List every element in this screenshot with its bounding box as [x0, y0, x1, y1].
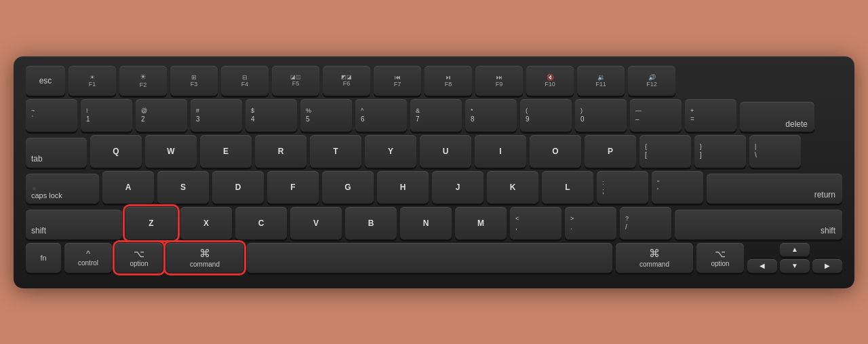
key-delete[interactable]: delete: [740, 102, 814, 132]
key-v[interactable]: V: [290, 207, 342, 240]
key-option-right[interactable]: ⌥ option: [696, 243, 744, 273]
key-z[interactable]: Z: [125, 207, 177, 240]
key-tab[interactable]: tab: [26, 138, 87, 168]
key-e[interactable]: E: [200, 135, 252, 168]
key-s[interactable]: S: [157, 171, 209, 204]
key-n[interactable]: N: [400, 207, 452, 240]
key-q[interactable]: Q: [90, 135, 142, 168]
key-command-left[interactable]: ⌘ command: [166, 243, 243, 273]
key-f8[interactable]: ⏯ F8: [425, 66, 472, 96]
key-space[interactable]: [247, 243, 612, 273]
key-arrow-down[interactable]: ▼: [780, 259, 810, 273]
key-f4[interactable]: ⊟ F4: [221, 66, 269, 96]
bottom-row: fn ^ control ⌥ option ⌘ command ⌘ comman…: [26, 243, 842, 273]
key-f9[interactable]: ⏭ F9: [475, 66, 523, 96]
key-capslock[interactable]: caps lock: [26, 174, 99, 204]
key-backslash[interactable]: | \: [749, 135, 801, 168]
key-f5[interactable]: ◪◫ F5: [272, 66, 319, 96]
key-f6[interactable]: ◩◪ F6: [323, 66, 370, 96]
key-f2[interactable]: ☀ F2: [119, 66, 167, 96]
key-4[interactable]: $ 4: [245, 99, 297, 132]
key-7[interactable]: & 7: [410, 99, 462, 132]
key-x[interactable]: X: [180, 207, 232, 240]
key-control[interactable]: ^ control: [64, 243, 112, 273]
capslock-indicator: [33, 187, 36, 190]
key-a[interactable]: A: [102, 171, 154, 204]
key-8[interactable]: * 8: [465, 99, 517, 132]
key-period[interactable]: > .: [565, 207, 616, 240]
num-row: ~ ` ! 1 @ 2 # 3 $ 4 % 5 ^ 6 & 7: [26, 99, 842, 132]
key-i[interactable]: I: [475, 135, 526, 168]
key-d[interactable]: D: [212, 171, 264, 204]
key-h[interactable]: H: [377, 171, 429, 204]
key-f[interactable]: F: [267, 171, 319, 204]
zxcv-row: shift Z X C V B N M < , > . ? / shift: [26, 207, 842, 240]
key-semicolon[interactable]: : ;: [597, 171, 648, 204]
key-3[interactable]: # 3: [191, 99, 242, 132]
key-y[interactable]: Y: [365, 135, 416, 168]
key-quote[interactable]: " ': [652, 171, 703, 204]
key-u[interactable]: U: [420, 135, 471, 168]
qwerty-row: tab Q W E R T Y U I O P { [ } ] | \: [26, 135, 842, 168]
key-equals[interactable]: + =: [685, 99, 736, 132]
key-1[interactable]: ! 1: [81, 99, 132, 132]
arrow-lr-row: ◀ ▼ ▶: [747, 259, 842, 273]
key-f1[interactable]: ☀ F1: [68, 66, 116, 96]
key-f11[interactable]: 🔉 F11: [577, 66, 625, 96]
keyboard: esc ☀ F1 ☀ F2 ⊞ F3 ⊟ F4 ◪◫ F5 ◩◪ F6 ⏮ F7: [14, 56, 854, 288]
key-slash[interactable]: ? /: [620, 207, 671, 240]
key-arrow-up[interactable]: ▲: [780, 243, 810, 256]
key-shift-right[interactable]: shift: [675, 210, 842, 240]
key-f10[interactable]: 🔇 F10: [526, 66, 574, 96]
key-t[interactable]: T: [310, 135, 361, 168]
key-2[interactable]: @ 2: [136, 99, 187, 132]
key-option-left[interactable]: ⌥ option: [115, 243, 163, 273]
key-9[interactable]: ( 9: [520, 99, 572, 132]
key-5[interactable]: % 5: [300, 99, 352, 132]
key-c[interactable]: C: [235, 207, 287, 240]
key-g[interactable]: G: [322, 171, 374, 204]
asdf-row: caps lock A S D F G H J K L : ; " ' retu…: [26, 171, 842, 204]
key-backtick[interactable]: ~ `: [26, 99, 77, 132]
key-rbracket[interactable]: } ]: [694, 135, 746, 168]
fn-row: esc ☀ F1 ☀ F2 ⊞ F3 ⊟ F4 ◪◫ F5 ◩◪ F6 ⏮ F7: [26, 66, 842, 96]
key-arrow-left[interactable]: ◀: [747, 259, 777, 273]
key-return[interactable]: return: [707, 174, 842, 204]
key-command-right[interactable]: ⌘ command: [616, 243, 693, 273]
key-m[interactable]: M: [455, 207, 507, 240]
key-6[interactable]: ^ 6: [355, 99, 407, 132]
key-esc[interactable]: esc: [26, 66, 65, 96]
key-f7[interactable]: ⏮ F7: [374, 66, 421, 96]
key-o[interactable]: O: [530, 135, 581, 168]
key-arrow-right[interactable]: ▶: [812, 259, 842, 273]
key-0[interactable]: ) 0: [575, 99, 627, 132]
key-b[interactable]: B: [345, 207, 397, 240]
key-minus[interactable]: — –: [630, 99, 682, 132]
key-f3[interactable]: ⊞ F3: [170, 66, 218, 96]
key-fn[interactable]: fn: [26, 243, 61, 273]
key-p[interactable]: P: [585, 135, 636, 168]
key-j[interactable]: J: [432, 171, 484, 204]
key-k[interactable]: K: [487, 171, 538, 204]
arrow-key-group: ▲ ◀ ▼ ▶: [747, 243, 842, 273]
key-f12[interactable]: 🔊 F12: [628, 66, 675, 96]
key-r[interactable]: R: [255, 135, 307, 168]
key-w[interactable]: W: [145, 135, 197, 168]
key-l[interactable]: L: [542, 171, 593, 204]
key-shift-left[interactable]: shift: [26, 210, 122, 240]
key-comma[interactable]: < ,: [510, 207, 561, 240]
key-lbracket[interactable]: { [: [639, 135, 691, 168]
arrow-up-row: ▲: [747, 243, 842, 256]
